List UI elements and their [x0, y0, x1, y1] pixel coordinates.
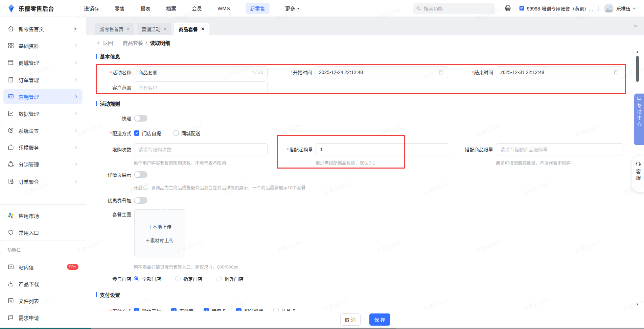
heart-icon [7, 229, 14, 236]
sidebar-item-distribution-management[interactable]: 分销管理 [3, 157, 83, 172]
sidebar-item-label: 营销管理 [19, 93, 39, 100]
field-label: 详情页展示 [108, 172, 131, 178]
upload-library-button[interactable]: ＋素材库上传 [145, 237, 174, 244]
caret-down-icon [297, 8, 300, 11]
search-input[interactable]: 搜索功能 [413, 3, 495, 14]
sidebar-item-system-settings[interactable]: 系统设置 [3, 123, 83, 138]
checkbox-wechat-pay[interactable]: ✓ 微信支付 [134, 307, 161, 311]
sidebar-item-marketing-management[interactable]: 营销管理 [3, 89, 83, 104]
checkbox-city-delivery[interactable]: 同城配送 [173, 130, 200, 136]
scroll-down-icon[interactable]: ▼ [636, 303, 639, 306]
close-tab-icon[interactable]: × [127, 26, 130, 31]
match-limit-input[interactable]: 请填写搭配商品限购量 [496, 143, 623, 155]
printer-icon[interactable] [504, 5, 511, 12]
tab-label: 新零售首页 [100, 26, 123, 32]
lemon-gem-icon [7, 4, 16, 13]
sidebar-item-order-aggregation[interactable]: 订单聚合 [3, 174, 83, 189]
nav-retail[interactable]: 零售 [115, 5, 125, 12]
checkbox-stored-value-card[interactable]: ✓ 储值卡 [204, 307, 226, 311]
sidebar-item-request-application[interactable]: 需求申请 [3, 310, 83, 325]
nav-new-retail[interactable]: 新零售 [246, 3, 270, 14]
customer-scope-placeholder: 所有客户 [138, 84, 157, 91]
sidebar-item-app-market[interactable]: 应用市场 [3, 208, 83, 223]
checkbox-gift-card[interactable]: 礼品卡 [273, 307, 296, 311]
avatar[interactable] [604, 4, 614, 13]
end-time-input[interactable]: 2025-12-31 22:12:48 [496, 66, 623, 78]
account-selector[interactable]: 99998-培训专用账套（黄凯）... [519, 5, 593, 12]
nav-reports[interactable]: 报表 [140, 5, 151, 12]
nav-invoicing[interactable]: 进销存 [84, 5, 99, 12]
nav-members[interactable]: 会员 [192, 5, 202, 12]
match-limit-placeholder: 请填写搭配商品限购量 [500, 146, 548, 153]
sidebar-item-label: 站内信 [19, 263, 34, 271]
sidebar-item-data-management[interactable]: 数据管理 [3, 106, 83, 121]
scrollbar-thumb[interactable] [636, 56, 639, 82]
calendar-icon[interactable] [438, 70, 444, 75]
tab-new-retail-home[interactable]: 新零售首页 × [95, 23, 134, 35]
store-icon [7, 59, 14, 66]
sidebar-item-label: 需求申请 [19, 314, 39, 321]
delivery-method-field: *配送方式 ✓ 门店自提 同城配送 [86, 129, 200, 137]
back-label: 返回 [103, 39, 113, 46]
sidebar-section-label: 功能栏 [7, 246, 21, 253]
field-label: 参与门店 [112, 276, 131, 282]
sidebar-item-product-download[interactable]: 产品下载 [3, 276, 83, 291]
cancel-button[interactable]: 取 消 [340, 313, 361, 326]
close-tab-icon[interactable]: × [164, 26, 167, 31]
checkbox-points-consumption[interactable]: ✓ 积分消费 [236, 307, 263, 311]
sidebar-item-file-list[interactable]: 文件列表 [3, 293, 83, 308]
checkbox-store-pickup[interactable]: ✓ 门店自提 [134, 130, 161, 136]
checkbox-label: 同城配送 [181, 130, 200, 136]
sidebar-item-inbox[interactable]: 站内信 99+ [3, 259, 83, 274]
breadcrumb-parent[interactable]: 商品套餐 [123, 39, 143, 46]
match-limit-help: 最多可搭配商品数量，不填代表不限购 [496, 159, 571, 166]
customer-scope-input[interactable]: 所有客户 [134, 81, 268, 94]
help-center-label: 帮助中心 [636, 103, 642, 128]
radio-excluded-stores[interactable]: 例外门店 [216, 275, 244, 282]
nav-wms[interactable]: WMS [217, 5, 230, 11]
min-match-qty-input[interactable]: 1 [316, 143, 449, 155]
sidebar-item-mall-management[interactable]: 商城管理 [3, 55, 83, 70]
tab-list-dropdown-icon[interactable] [633, 23, 639, 28]
section-title: 支付设置 [100, 291, 120, 298]
radio-specified-stores[interactable]: 指定门店 [175, 275, 202, 282]
nav-more[interactable]: 更多 [285, 5, 300, 12]
radio-all-stores[interactable]: 全部门店 [134, 275, 161, 282]
checkbox-checked-icon: ✓ [236, 308, 242, 311]
checkbox-unchecked-icon [273, 308, 279, 311]
start-time-input[interactable]: 2025-12-24 22:12:48 [315, 66, 448, 78]
tab-marketing-activity[interactable]: 营销活动 × [137, 23, 171, 35]
purchase-limit-input[interactable]: 请填写限购次数 [134, 143, 268, 155]
checkbox-label: 微信支付 [142, 307, 161, 311]
nav-more-label: 更多 [285, 5, 295, 12]
sidebar-item-label: 基础资料 [19, 42, 39, 49]
upload-local-button[interactable]: ＋本地上传 [148, 223, 171, 230]
tab-product-bundle[interactable]: 商品套餐 ✕ [174, 23, 209, 35]
user-menu-chevron-icon[interactable] [632, 6, 637, 10]
save-button[interactable]: 保 存 [369, 313, 390, 326]
coupon-stack-toggle[interactable] [134, 197, 147, 204]
end-time-field: *结束时间 2025-12-31 22:12:48 [451, 66, 623, 78]
match-limit-field: 搭配商品限量 请填写搭配商品限购量 [451, 143, 623, 155]
order-aggregate-icon [7, 178, 14, 185]
back-button[interactable]: 返回 [96, 39, 113, 46]
sidebar-item-new-retail-home[interactable]: 新零售首页 [3, 21, 83, 36]
nav-archives[interactable]: 档案 [166, 5, 176, 12]
checkbox-unchecked-icon [173, 130, 179, 136]
customer-service-tab[interactable]: 客服 [632, 156, 644, 192]
sidebar-item-order-management[interactable]: 订单管理 [3, 72, 83, 87]
checkbox-alipay[interactable]: ✓ 支付宝 [171, 307, 193, 311]
calendar-icon[interactable] [614, 70, 619, 75]
chevron-right-icon [74, 179, 78, 184]
close-tab-icon[interactable]: ✕ [201, 26, 205, 31]
collapse-sidebar-icon[interactable] [73, 26, 78, 32]
help-center-tab[interactable]: 帮助中心 [634, 94, 644, 145]
sidebar-item-basic-data[interactable]: 基础资料 [3, 38, 83, 53]
sidebar-item-lemon-services[interactable]: 乐檬服务 [3, 140, 83, 155]
scroll-up-icon[interactable]: ▲ [636, 50, 639, 53]
sidebar-item-label: 产品下载 [19, 280, 39, 287]
express-toggle[interactable] [134, 115, 147, 122]
activity-name-input[interactable]: 商品套餐 4 / 20 [134, 66, 268, 78]
detail-display-toggle[interactable] [134, 171, 147, 178]
sidebar-item-common-entries[interactable]: 常用入口 [3, 225, 83, 240]
